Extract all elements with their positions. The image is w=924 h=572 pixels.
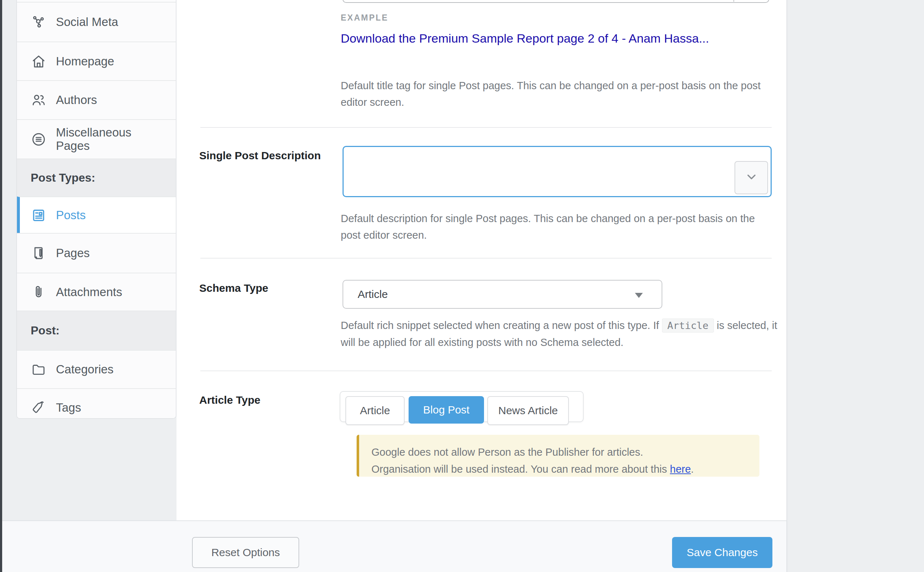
sidebar-item-attachments[interactable]: Attachments xyxy=(17,273,176,311)
save-changes-button[interactable]: Save Changes xyxy=(672,537,772,568)
section-divider xyxy=(200,370,772,371)
sidebar-header-post-types: Post Types: xyxy=(17,159,176,196)
sidebar-item-homepage[interactable]: Homepage xyxy=(17,42,176,80)
section-divider xyxy=(200,127,772,128)
schema-help-text-before: Default rich snippet selected when creat… xyxy=(341,320,659,331)
schema-help-code-chip: Article xyxy=(662,319,714,333)
sidebar-item-authors[interactable]: Authors xyxy=(17,80,176,119)
sidebar-item-categories[interactable]: Categories xyxy=(17,350,176,388)
notice-line2-period: . xyxy=(691,463,694,475)
article-type-option-news-article[interactable]: News Article xyxy=(487,396,569,425)
users-icon xyxy=(31,92,47,108)
publisher-notice: Google does not allow Person as the Publ… xyxy=(357,435,760,477)
circle-list-icon xyxy=(31,131,47,147)
reset-options-button[interactable]: Reset Options xyxy=(192,537,299,568)
schema-type-selected-value: Article xyxy=(358,288,388,300)
sidebar-item-social-meta[interactable]: Social Meta xyxy=(17,2,176,42)
sidebar-item-label: Authors xyxy=(56,93,97,107)
footer-bar xyxy=(2,521,787,572)
schema-type-label: Schema Type xyxy=(199,282,268,294)
single-post-description-label: Single Post Description xyxy=(199,149,321,162)
title-input-variable-button-edge xyxy=(733,0,734,2)
notice-here-link[interactable]: here xyxy=(670,463,691,475)
sidebar-item-label: Posts xyxy=(56,208,86,222)
sidebar-item-label: Categories xyxy=(56,362,114,376)
sidebar-item-miscellaneous-pages[interactable]: Miscellaneous Pages xyxy=(17,119,176,159)
sidebar-item-tags[interactable]: Tags xyxy=(17,388,176,419)
sidebar-header-label: Post Types: xyxy=(31,171,95,185)
article-type-button-group: Article Blog Post News Article xyxy=(340,391,584,422)
article-type-option-article[interactable]: Article xyxy=(346,396,405,425)
sidebar-header-label: Post: xyxy=(31,324,60,337)
single-post-title-input-partial[interactable] xyxy=(343,0,769,3)
schema-type-select[interactable]: Article xyxy=(343,280,662,309)
insert-variable-button[interactable] xyxy=(735,161,768,194)
sidebar-item-label: Homepage xyxy=(56,54,114,68)
article-type-label: Article Type xyxy=(199,394,260,406)
settings-sidebar: Social Meta Homepage Authors Miscellaneo… xyxy=(16,0,177,419)
notice-line1: Google does not allow Person as the Publ… xyxy=(371,446,643,458)
sidebar-item-posts[interactable]: Posts xyxy=(17,196,176,233)
sidebar-item-label: Tags xyxy=(56,401,81,415)
select-caret-icon xyxy=(635,293,643,298)
example-label: EXAMPLE xyxy=(341,13,388,23)
single-post-description-textarea[interactable] xyxy=(343,146,772,197)
chevron-down-icon xyxy=(745,170,758,185)
share-nodes-icon xyxy=(31,14,47,30)
single-post-description-help: Default description for single Post page… xyxy=(341,210,774,243)
article-type-option-blog-post[interactable]: Blog Post xyxy=(409,396,484,424)
sidebar-item-label: Miscellaneous Pages xyxy=(56,126,153,153)
sidebar-item-label: Attachments xyxy=(56,285,122,299)
sidebar-header-post: Post: xyxy=(17,311,176,350)
schema-type-help: Default rich snippet selected when creat… xyxy=(341,317,779,351)
admin-menu-edge xyxy=(0,0,2,572)
paperclip-icon xyxy=(31,284,47,300)
sidebar-item-pages[interactable]: Pages xyxy=(17,233,176,273)
seo-settings-page: EXAMPLE Download the Premium Sample Repo… xyxy=(0,0,924,572)
single-post-title-help: Default title tag for single Post pages.… xyxy=(341,77,774,110)
sidebar-item-label: Pages xyxy=(56,246,90,260)
section-divider xyxy=(200,258,772,258)
sidebar-item-label: Social Meta xyxy=(56,15,118,29)
tag-icon xyxy=(31,400,47,416)
newspaper-icon xyxy=(31,207,47,223)
folder-icon xyxy=(31,362,47,378)
page-pen-icon xyxy=(31,245,47,261)
home-icon xyxy=(31,53,47,69)
notice-line2: Organisation will be used instead. You c… xyxy=(371,463,670,475)
serp-preview-link[interactable]: Download the Premium Sample Report page … xyxy=(341,29,752,48)
